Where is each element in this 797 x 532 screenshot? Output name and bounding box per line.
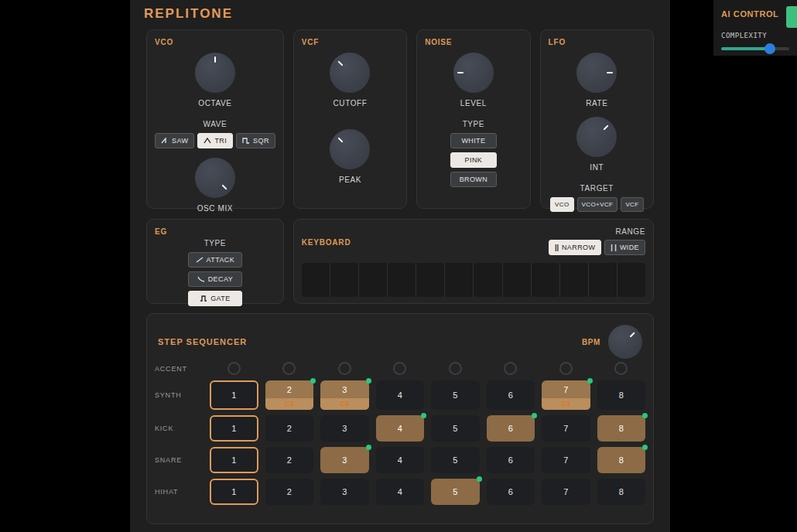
range-narrow-button[interactable]: || NARROW: [549, 240, 601, 255]
wave-sqr-button[interactable]: SQR: [236, 133, 275, 148]
lfo-target-vcf-button[interactable]: VCF: [621, 197, 643, 212]
eg-attack-button[interactable]: ATTACK: [188, 252, 242, 268]
range-wide-label: WIDE: [620, 244, 639, 251]
lfo-target-vco-label: VCO: [555, 201, 570, 208]
keyboard-key[interactable]: [617, 263, 645, 297]
keyboard-key[interactable]: [416, 263, 445, 297]
slider-thumb[interactable]: [765, 43, 775, 54]
hihat-step-6[interactable]: 6: [487, 479, 535, 505]
snare-step-1[interactable]: 1: [210, 447, 258, 473]
lfo-panel-title: LFO: [549, 38, 645, 46]
accent-toggle[interactable]: [282, 362, 296, 375]
decay-curve-icon: [197, 276, 205, 282]
hihat-step-3[interactable]: 3: [320, 479, 369, 505]
wave-saw-button[interactable]: SAW: [155, 133, 194, 148]
range-wide-button[interactable]: | | WIDE: [604, 240, 645, 255]
keyboard-key[interactable]: [330, 263, 359, 297]
synth-step-7[interactable]: 7C3: [542, 380, 590, 410]
keyboard-key[interactable]: [302, 263, 330, 297]
accent-row: ACCENT: [155, 362, 645, 375]
noise-brown-button[interactable]: BROWN: [450, 172, 497, 187]
lfo-target-vco-button[interactable]: VCO: [550, 197, 574, 212]
snare-step-7[interactable]: 7: [542, 447, 590, 473]
synth-step-4[interactable]: 4: [376, 380, 425, 410]
peak-knob[interactable]: [330, 129, 370, 169]
keyboard-key[interactable]: [589, 263, 617, 297]
complexity-slider[interactable]: [721, 43, 789, 54]
lfo-target-vcf-label: VCF: [625, 201, 638, 208]
keyboard-key[interactable]: [503, 263, 532, 297]
snare-step-8[interactable]: 8: [597, 447, 646, 473]
octave-knob[interactable]: [195, 53, 235, 93]
complexity-label: COMPLEXITY: [721, 32, 797, 39]
accent-toggle[interactable]: [338, 362, 351, 375]
lfo-rate-knob[interactable]: [576, 53, 617, 93]
keyboard-keys: [302, 263, 645, 297]
kick-step-8[interactable]: 8: [597, 415, 646, 442]
wave-tri-button[interactable]: TRI: [197, 133, 233, 148]
hihat-step-7[interactable]: 7: [542, 479, 590, 505]
keyboard-key[interactable]: [445, 263, 474, 297]
noise-panel: NOISE LEVEL TYPE WHITE PINK BROWN: [416, 29, 530, 209]
accent-toggle[interactable]: [393, 362, 406, 375]
kick-step-5[interactable]: 5: [431, 415, 480, 442]
bpm-label: BPM: [582, 338, 600, 346]
ai-panel-green-button[interactable]: [786, 6, 797, 28]
noise-level-knob[interactable]: [453, 53, 494, 93]
eg-decay-button[interactable]: DECAY: [188, 271, 242, 287]
keyboard-key[interactable]: [474, 263, 502, 297]
eg-gate-label: GATE: [210, 295, 230, 302]
snare-row-label: SNARE: [155, 456, 203, 464]
synth-step-5[interactable]: 5: [431, 380, 480, 410]
keyboard-key[interactable]: [532, 263, 560, 297]
noise-white-label: WHITE: [461, 137, 485, 145]
accent-toggle[interactable]: [449, 362, 462, 375]
hihat-step-1[interactable]: 1: [210, 479, 258, 505]
kick-step-4[interactable]: 4: [376, 415, 425, 442]
snare-step-4[interactable]: 4: [376, 447, 425, 473]
snare-step-5[interactable]: 5: [431, 447, 480, 473]
snare-step-6[interactable]: 6: [487, 447, 535, 473]
keyboard-key[interactable]: [388, 263, 416, 297]
accent-toggle[interactable]: [227, 362, 241, 375]
hihat-step-8[interactable]: 8: [597, 479, 646, 505]
cutoff-knob[interactable]: [330, 53, 370, 93]
keyboard-key[interactable]: [359, 263, 388, 297]
knob-indicator: [221, 184, 227, 189]
accent-toggle[interactable]: [559, 362, 573, 375]
hihat-step-5[interactable]: 5: [431, 479, 480, 505]
bpm-knob[interactable]: [608, 325, 642, 359]
accent-toggle[interactable]: [504, 362, 517, 375]
kick-step-2[interactable]: 2: [265, 415, 314, 442]
eg-gate-button[interactable]: GATE: [188, 291, 242, 306]
hihat-step-2[interactable]: 2: [265, 479, 314, 505]
kick-step-1[interactable]: 1: [210, 415, 258, 442]
knob-indicator: [604, 124, 609, 130]
lfo-target-vcovcf-label: VCO+VCF: [582, 201, 614, 208]
lfo-panel: LFO RATE INT TARGET VCO VCO+VC: [540, 29, 654, 209]
wave-section-label: WAVE: [204, 120, 227, 128]
hihat-row: HIHAT 1 2 3 4 5 6 7 8: [155, 479, 645, 505]
snare-step-3[interactable]: 3: [320, 447, 369, 473]
noise-type-label: TYPE: [463, 120, 485, 128]
lfo-int-knob[interactable]: [576, 117, 617, 157]
synth-step-6[interactable]: 6: [487, 380, 535, 410]
lfo-target-vcovcf-button[interactable]: VCO+VCF: [577, 197, 618, 212]
osc-mix-knob[interactable]: [195, 158, 235, 198]
noise-white-button[interactable]: WHITE: [450, 133, 497, 148]
synth-step-1[interactable]: 1: [210, 380, 258, 410]
synth-step-3[interactable]: 3C3: [320, 380, 369, 410]
kick-step-7[interactable]: 7: [542, 415, 590, 442]
kick-step-3[interactable]: 3: [320, 415, 369, 442]
noise-brown-label: BROWN: [460, 176, 488, 183]
knob-indicator: [338, 60, 344, 66]
narrow-bars-icon: ||: [555, 244, 559, 251]
vco-panel: VCO OCTAVE WAVE SAW TRI: [146, 29, 284, 209]
keyboard-key[interactable]: [560, 263, 589, 297]
synth-step-2[interactable]: 2C3: [265, 380, 314, 410]
noise-pink-button[interactable]: PINK: [450, 152, 497, 168]
hihat-step-4[interactable]: 4: [376, 479, 425, 505]
snare-step-2[interactable]: 2: [265, 447, 314, 473]
synth-step-8[interactable]: 8: [597, 380, 646, 410]
kick-step-6[interactable]: 6: [487, 415, 535, 442]
